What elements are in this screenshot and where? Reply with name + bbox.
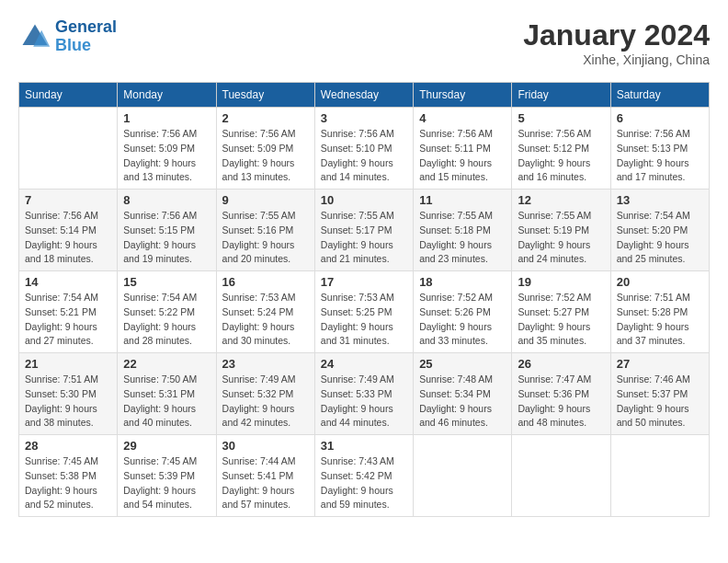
table-row: 8 Sunrise: 7:56 AMSunset: 5:15 PMDayligh…	[118, 190, 216, 271]
table-row: 22 Sunrise: 7:50 AMSunset: 5:31 PMDaylig…	[118, 353, 216, 435]
day-number: 28	[25, 439, 111, 453]
day-number: 15	[123, 275, 210, 289]
day-detail: Sunrise: 7:56 AMSunset: 5:11 PMDaylight:…	[419, 127, 506, 185]
day-number: 21	[25, 357, 111, 371]
day-detail: Sunrise: 7:56 AMSunset: 5:09 PMDaylight:…	[222, 127, 309, 185]
logo-line2: Blue	[55, 36, 91, 54]
day-detail: Sunrise: 7:56 AMSunset: 5:12 PMDaylight:…	[518, 127, 604, 185]
table-row: 19 Sunrise: 7:52 AMSunset: 5:27 PMDaylig…	[512, 271, 610, 353]
calendar-week-row: 7 Sunrise: 7:56 AMSunset: 5:14 PMDayligh…	[19, 190, 710, 271]
day-detail: Sunrise: 7:52 AMSunset: 5:26 PMDaylight:…	[419, 291, 506, 349]
day-number: 9	[222, 193, 309, 207]
page-header: General Blue January 2024 Xinhe, Xinjian…	[18, 18, 710, 67]
day-number: 3	[321, 111, 407, 125]
day-number: 26	[518, 357, 604, 371]
day-number: 8	[123, 193, 210, 207]
logo-text: General Blue	[55, 18, 117, 55]
table-row: 12 Sunrise: 7:55 AMSunset: 5:19 PMDaylig…	[512, 190, 610, 271]
day-number: 16	[222, 275, 309, 289]
table-row: 23 Sunrise: 7:49 AMSunset: 5:32 PMDaylig…	[216, 353, 314, 435]
table-row: 26 Sunrise: 7:47 AMSunset: 5:36 PMDaylig…	[512, 353, 610, 435]
table-row: 29 Sunrise: 7:45 AMSunset: 5:39 PMDaylig…	[118, 435, 216, 517]
day-number: 2	[222, 111, 309, 125]
day-detail: Sunrise: 7:51 AMSunset: 5:28 PMDaylight:…	[617, 291, 703, 349]
header-wednesday: Wednesday	[314, 83, 413, 108]
table-row: 5 Sunrise: 7:56 AMSunset: 5:12 PMDayligh…	[512, 108, 610, 190]
day-number: 30	[222, 439, 309, 453]
day-detail: Sunrise: 7:54 AMSunset: 5:22 PMDaylight:…	[123, 291, 210, 349]
day-number: 12	[518, 193, 604, 207]
table-row: 4 Sunrise: 7:56 AMSunset: 5:11 PMDayligh…	[414, 108, 512, 190]
table-row: 27 Sunrise: 7:46 AMSunset: 5:37 PMDaylig…	[610, 353, 709, 435]
day-number: 22	[123, 357, 210, 371]
day-number: 13	[617, 193, 703, 207]
day-detail: Sunrise: 7:46 AMSunset: 5:37 PMDaylight:…	[617, 373, 703, 431]
day-number: 18	[419, 275, 506, 289]
day-detail: Sunrise: 7:43 AMSunset: 5:42 PMDaylight:…	[321, 454, 407, 512]
table-row: 21 Sunrise: 7:51 AMSunset: 5:30 PMDaylig…	[19, 353, 118, 435]
day-number: 23	[222, 357, 309, 371]
day-detail: Sunrise: 7:44 AMSunset: 5:41 PMDaylight:…	[222, 454, 309, 512]
header-tuesday: Tuesday	[216, 83, 314, 108]
header-monday: Monday	[118, 83, 216, 108]
day-detail: Sunrise: 7:56 AMSunset: 5:09 PMDaylight:…	[123, 127, 210, 185]
day-detail: Sunrise: 7:54 AMSunset: 5:20 PMDaylight:…	[617, 209, 703, 267]
table-row: 6 Sunrise: 7:56 AMSunset: 5:13 PMDayligh…	[610, 108, 709, 190]
table-row: 10 Sunrise: 7:55 AMSunset: 5:17 PMDaylig…	[314, 190, 413, 271]
header-saturday: Saturday	[610, 83, 709, 108]
table-row: 16 Sunrise: 7:53 AMSunset: 5:24 PMDaylig…	[216, 271, 314, 353]
day-detail: Sunrise: 7:52 AMSunset: 5:27 PMDaylight:…	[518, 291, 604, 349]
day-number: 5	[518, 111, 604, 125]
day-detail: Sunrise: 7:53 AMSunset: 5:24 PMDaylight:…	[222, 291, 309, 349]
day-detail: Sunrise: 7:54 AMSunset: 5:21 PMDaylight:…	[25, 291, 111, 349]
calendar-week-row: 28 Sunrise: 7:45 AMSunset: 5:38 PMDaylig…	[19, 435, 710, 517]
day-number: 4	[419, 111, 506, 125]
header-friday: Friday	[512, 83, 610, 108]
table-row	[610, 435, 709, 517]
table-row	[414, 435, 512, 517]
table-row: 24 Sunrise: 7:49 AMSunset: 5:33 PMDaylig…	[314, 353, 413, 435]
table-row: 15 Sunrise: 7:54 AMSunset: 5:22 PMDaylig…	[118, 271, 216, 353]
day-detail: Sunrise: 7:50 AMSunset: 5:31 PMDaylight:…	[123, 373, 210, 431]
day-detail: Sunrise: 7:48 AMSunset: 5:34 PMDaylight:…	[419, 373, 506, 431]
day-detail: Sunrise: 7:55 AMSunset: 5:19 PMDaylight:…	[518, 209, 604, 267]
table-row: 7 Sunrise: 7:56 AMSunset: 5:14 PMDayligh…	[19, 190, 118, 271]
header-sunday: Sunday	[19, 83, 118, 108]
day-detail: Sunrise: 7:47 AMSunset: 5:36 PMDaylight:…	[518, 373, 604, 431]
table-row: 1 Sunrise: 7:56 AMSunset: 5:09 PMDayligh…	[118, 108, 216, 190]
day-detail: Sunrise: 7:53 AMSunset: 5:25 PMDaylight:…	[321, 291, 407, 349]
day-number: 17	[321, 275, 407, 289]
day-detail: Sunrise: 7:56 AMSunset: 5:15 PMDaylight:…	[123, 209, 210, 267]
table-row: 20 Sunrise: 7:51 AMSunset: 5:28 PMDaylig…	[610, 271, 709, 353]
day-detail: Sunrise: 7:55 AMSunset: 5:18 PMDaylight:…	[419, 209, 506, 267]
day-number: 29	[123, 439, 210, 453]
day-detail: Sunrise: 7:49 AMSunset: 5:33 PMDaylight:…	[321, 373, 407, 431]
day-number: 7	[25, 193, 111, 207]
table-row: 11 Sunrise: 7:55 AMSunset: 5:18 PMDaylig…	[414, 190, 512, 271]
logo-icon	[18, 20, 51, 53]
month-title: January 2024	[523, 18, 710, 52]
logo-line1: General	[55, 17, 117, 36]
table-row	[19, 108, 118, 190]
day-number: 20	[617, 275, 703, 289]
day-number: 1	[123, 111, 210, 125]
day-number: 24	[321, 357, 407, 371]
table-row: 13 Sunrise: 7:54 AMSunset: 5:20 PMDaylig…	[610, 190, 709, 271]
day-detail: Sunrise: 7:51 AMSunset: 5:30 PMDaylight:…	[25, 373, 111, 431]
day-number: 27	[617, 357, 703, 371]
title-block: January 2024 Xinhe, Xinjiang, China	[523, 18, 710, 67]
day-detail: Sunrise: 7:55 AMSunset: 5:17 PMDaylight:…	[321, 209, 407, 267]
day-number: 19	[518, 275, 604, 289]
table-row: 17 Sunrise: 7:53 AMSunset: 5:25 PMDaylig…	[314, 271, 413, 353]
location: Xinhe, Xinjiang, China	[523, 52, 710, 67]
day-detail: Sunrise: 7:55 AMSunset: 5:16 PMDaylight:…	[222, 209, 309, 267]
table-row: 25 Sunrise: 7:48 AMSunset: 5:34 PMDaylig…	[414, 353, 512, 435]
day-detail: Sunrise: 7:56 AMSunset: 5:13 PMDaylight:…	[617, 127, 703, 185]
table-row: 3 Sunrise: 7:56 AMSunset: 5:10 PMDayligh…	[314, 108, 413, 190]
day-number: 6	[617, 111, 703, 125]
day-number: 25	[419, 357, 506, 371]
day-detail: Sunrise: 7:45 AMSunset: 5:39 PMDaylight:…	[123, 454, 210, 512]
day-number: 10	[321, 193, 407, 207]
header-thursday: Thursday	[414, 83, 512, 108]
calendar-week-row: 14 Sunrise: 7:54 AMSunset: 5:21 PMDaylig…	[19, 271, 710, 353]
